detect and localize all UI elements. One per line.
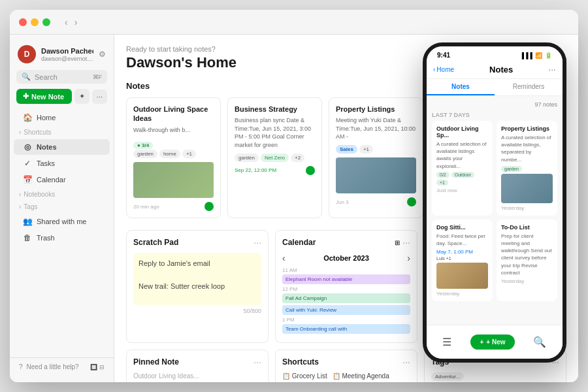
calendar-more[interactable]: ··· <box>402 237 410 248</box>
mobile-note-card-property[interactable]: Property Listings A curated selection of… <box>497 121 557 216</box>
tag-item[interactable]: Adventur... <box>431 372 464 381</box>
sidebar-item-calendar[interactable]: 📅 Calendar <box>14 172 110 188</box>
pinned-content: Outdoor Living Ideas... <box>133 372 261 380</box>
mobile-note-desc: Prep for client meeting and walkthrough … <box>501 233 553 276</box>
more-button[interactable]: ··· <box>92 90 107 104</box>
note-title: Business Strategy <box>235 105 315 114</box>
shortcut-item[interactable]: 📋 Meeting Agenda <box>333 372 389 380</box>
mobile-tag: +1 <box>436 180 448 186</box>
chevron-right-icon: › <box>19 191 21 198</box>
mobile-tab-reminders[interactable]: Reminders <box>495 79 563 95</box>
sidebar-item-home[interactable]: 🏠 Home <box>14 110 110 125</box>
sidebar-item-tags[interactable]: › Tags <box>10 201 114 213</box>
calendar-events: 11 AM Elephant Room not available 12 PM … <box>282 267 410 334</box>
grid-icon: ⊞ <box>395 239 400 246</box>
sidebar-controls: 🔲 ⊟ <box>90 364 105 370</box>
note-desc: Meeting with Yuki Date & Time:Tue, Jun 1… <box>336 116 416 141</box>
mobile-note-date-blue: May 7, 1:00 PM <box>436 249 488 255</box>
mobile-back-button[interactable]: ‹ Home <box>433 66 454 73</box>
mobile-status-icons: ▐▐▐ 📶 🔋 <box>520 52 552 59</box>
scratch-item: Reply to Jamie's email <box>139 258 256 270</box>
note-tags: garden Net Zero +2 <box>235 154 315 162</box>
note-time: 20 min ago <box>133 204 159 210</box>
sidebar-help[interactable]: ? Need a little help? 🔲 ⊟ <box>10 357 114 376</box>
cal-event[interactable]: Fall Ad Campaign <box>282 293 410 303</box>
scratch-pad-more[interactable]: ··· <box>253 237 261 248</box>
forward-arrow[interactable]: › <box>74 17 78 27</box>
mobile-note-date: Yesterday <box>436 291 488 297</box>
trash-icon: 🗑 <box>23 233 32 242</box>
note-card-property[interactable]: Property Listings Meeting with Yuki Date… <box>329 97 423 218</box>
cal-prev-button[interactable]: ‹ <box>282 253 286 263</box>
new-note-button[interactable]: ✚ New Note <box>16 89 72 104</box>
ai-button[interactable]: ✦ <box>74 89 90 104</box>
mobile-note-desc: Food: Feed twice per day. Space... <box>436 233 488 247</box>
tag-pill: +2 <box>291 154 304 162</box>
scratch-pad-content[interactable]: Reply to Jamie's email New trail: Sutter… <box>133 253 261 305</box>
mobile-note-date: Yesterday <box>501 205 553 211</box>
shortcut-item[interactable]: 📋 Grocery List <box>282 372 327 380</box>
avatar: D <box>18 45 36 63</box>
sidebar-item-label: Notes <box>37 143 57 151</box>
progress-badge: ● 3/4 <box>133 142 153 149</box>
cal-event[interactable]: Call with Yuki: Review <box>282 305 410 315</box>
sidebar-item-label: Tasks <box>37 159 55 167</box>
sidebar-item-label: Calendar <box>37 176 66 184</box>
close-button[interactable] <box>19 18 27 26</box>
note-card-business[interactable]: Business Strategy Business plan sync Dat… <box>227 97 322 218</box>
mobile-tabs: Notes Reminders <box>427 79 563 96</box>
sidebar-item-label: Trash <box>37 234 55 242</box>
sidebar-item-notes[interactable]: ◎ Notes <box>14 139 110 155</box>
scratch-pad-header: Scratch Pad ··· <box>133 237 261 248</box>
note-image-outdoor <box>133 162 214 198</box>
note-card-outdoor[interactable]: Outdoor Living Space Ideas Walk-through … <box>126 97 221 218</box>
calendar-header: Calendar ⊞ ··· <box>282 237 410 248</box>
tasks-icon: ✓ <box>23 159 32 168</box>
tag-pill: +1 <box>359 145 373 154</box>
mobile-menu-button[interactable]: ☰ <box>442 336 451 348</box>
mobile-search-button[interactable]: 🔍 <box>533 336 546 348</box>
mobile-note-card-outdoor[interactable]: Outdoor Living Sp... A curated selection… <box>432 121 493 216</box>
minimize-button[interactable] <box>31 18 39 26</box>
mobile-note-card-todo[interactable]: To-Do List Prep for client meeting and w… <box>497 220 557 301</box>
note-tags: garden home +1 <box>133 150 214 158</box>
mobile-new-button[interactable]: + + New <box>470 335 514 350</box>
tags-list: Adventur... <box>431 372 559 380</box>
shortcuts-header: Shortcuts ··· <box>282 357 410 367</box>
mobile-more-button[interactable]: ··· <box>548 64 556 74</box>
mobile-note-card-dog[interactable]: Dog Sitti... Food: Feed twice per day. S… <box>432 220 493 301</box>
scratch-pad-title: Scratch Pad <box>133 238 178 247</box>
note-time: Jun 3 <box>336 199 349 205</box>
search-box[interactable]: 🔍 Search ⌘F <box>16 70 107 84</box>
gear-icon[interactable]: ⚙ <box>99 50 106 59</box>
cal-row: Fall Ad Campaign Call with Yuki: Review <box>282 293 410 317</box>
cal-event[interactable]: Elephant Room not available <box>282 274 410 284</box>
sidebar-item-tasks[interactable]: ✓ Tasks <box>14 155 110 171</box>
pinned-more[interactable]: ··· <box>253 357 261 367</box>
sidebar-item-shortcuts[interactable]: › Shortcuts <box>10 126 114 139</box>
back-arrow[interactable]: ‹ <box>65 17 68 27</box>
shortcuts-more[interactable]: ··· <box>402 357 410 367</box>
pinned-note-header: Pinned Note ··· <box>133 357 261 367</box>
cal-event[interactable]: Team Onboarding call with <box>282 324 410 334</box>
cal-next-button[interactable]: › <box>407 253 410 263</box>
mobile-note-grid: Outdoor Living Sp... A curated selection… <box>432 121 557 301</box>
mobile-note-count: 97 notes <box>432 101 557 108</box>
sidebar-item-trash[interactable]: 🗑 Trash <box>14 230 110 246</box>
note-footer: 20 min ago <box>133 202 214 211</box>
mobile-overlay: 9:41 ▐▐▐ 📶 🔋 ‹ Home Notes ··· Notes Remi… <box>423 42 566 363</box>
wifi-icon: 📶 <box>535 52 542 59</box>
note-image-property <box>336 157 416 193</box>
user-email: dawson@evernote.com <box>41 56 93 62</box>
search-placeholder: Search <box>35 73 57 81</box>
maximize-button[interactable] <box>42 18 50 26</box>
sidebar-item-shared[interactable]: 👥 Shared with me <box>14 214 110 229</box>
sidebar-item-notebooks[interactable]: › Notebooks <box>10 188 114 201</box>
nav-arrows: ‹ › <box>65 17 77 27</box>
mobile-tab-notes[interactable]: Notes <box>427 79 495 95</box>
mobile-status-bar: 9:41 ▐▐▐ 📶 🔋 <box>427 46 563 61</box>
mobile-note-image-dog <box>436 263 488 289</box>
cal-time: 12 PM <box>282 286 410 292</box>
user-profile[interactable]: D Dawson Pacheco ⌄ dawson@evernote.com ⚙ <box>10 41 114 70</box>
home-icon: 🏠 <box>23 113 32 122</box>
